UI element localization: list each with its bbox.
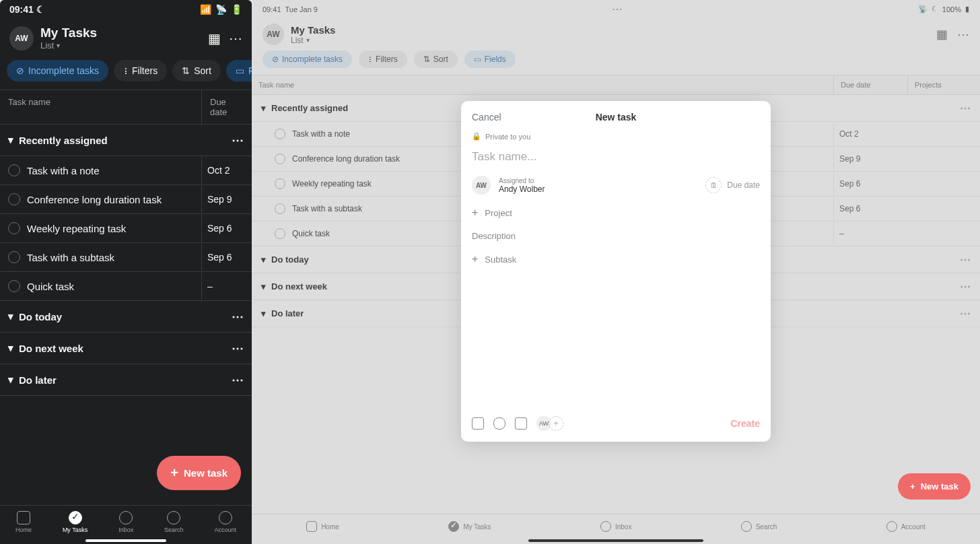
signal-icon: 📶 <box>200 4 211 15</box>
cancel-button[interactable]: Cancel <box>472 112 501 123</box>
tab-home[interactable]: Home <box>15 511 32 533</box>
task-date: Sep 6 <box>201 215 252 242</box>
complete-toggle[interactable] <box>8 164 20 176</box>
task-row[interactable]: Task with a noteOct 2 <box>0 156 252 185</box>
status-time: 09:41 ☾ <box>9 4 45 15</box>
tablet-frame: 09:41 Tue Jan 9 ⋯ 📡☾100%▮ AW My Tasks Li… <box>252 0 980 544</box>
fields-icon: ▭ <box>236 65 244 76</box>
assignee-name[interactable]: Andy Wolber <box>499 184 545 194</box>
status-bar: 09:41 ☾ 📶 📡 🔋 <box>0 0 252 19</box>
grid-icon[interactable]: ▦ <box>208 30 221 46</box>
modal-title: New task <box>596 112 637 123</box>
more-icon[interactable]: ⋯ <box>232 133 244 147</box>
chevron-down-icon: ▾ <box>8 374 13 386</box>
avatar[interactable]: AW <box>9 26 34 50</box>
expand-icon[interactable] <box>515 417 527 430</box>
task-row[interactable]: Conference long duration taskSep 9 <box>0 185 252 214</box>
filter-incomplete[interactable]: ⊘Incomplete tasks <box>7 60 108 81</box>
filter-icon: ⫶ <box>123 65 128 76</box>
complete-toggle[interactable] <box>8 251 20 263</box>
task-date: Sep 9 <box>201 186 252 213</box>
chevron-down-icon: ▾ <box>57 42 60 49</box>
sort-icon: ⇅ <box>182 65 190 76</box>
due-date-field[interactable]: 🗓 Due date <box>705 177 760 193</box>
tab-bar: Home My Tasks Inbox Search Account <box>0 505 252 544</box>
home-indicator <box>528 539 703 542</box>
section-do-later[interactable]: ▾Do later⋯ <box>0 364 252 396</box>
task-row[interactable]: Task with a subtaskSep 6 <box>0 243 252 272</box>
home-icon <box>17 511 30 524</box>
filter-sort[interactable]: ⇅Sort <box>172 60 221 81</box>
view-selector[interactable]: List ▾ <box>40 40 97 50</box>
col-due-date: Due date <box>201 90 252 124</box>
filter-filters[interactable]: ⫶Filters <box>114 60 167 81</box>
attachment-icon[interactable] <box>493 417 505 430</box>
more-icon[interactable]: ⋯ <box>229 30 242 46</box>
plus-icon: + <box>472 253 478 265</box>
more-icon[interactable]: ⋯ <box>232 309 244 324</box>
tab-my-tasks[interactable]: My Tasks <box>63 511 88 533</box>
description-field[interactable]: Description <box>472 231 760 241</box>
add-collaborator-icon[interactable]: + <box>549 416 563 431</box>
new-task-modal: Cancel New task 🔒Private to you Task nam… <box>461 101 771 442</box>
assigned-to-label: Assigned to <box>499 177 545 184</box>
task-name-input[interactable]: Task name... <box>472 150 760 164</box>
filter-fields[interactable]: ▭Fields <box>226 60 252 81</box>
chevron-down-icon: ▾ <box>8 310 13 322</box>
image-icon[interactable] <box>472 417 484 430</box>
create-button[interactable]: Create <box>730 418 760 429</box>
assignee-avatar[interactable]: AW <box>472 176 491 195</box>
battery-icon: 🔋 <box>231 4 242 15</box>
user-icon <box>219 511 232 524</box>
complete-toggle[interactable] <box>8 222 20 234</box>
more-icon[interactable]: ⋯ <box>232 341 244 355</box>
task-date: Oct 2 <box>201 157 252 184</box>
chevron-down-icon: ▾ <box>8 342 13 354</box>
more-icon[interactable]: ⋯ <box>232 372 244 387</box>
new-task-button[interactable]: +New task <box>898 473 971 500</box>
page-title: My Tasks <box>40 26 97 40</box>
section-recently-assigned[interactable]: ▾ Recently assigned ⋯ <box>0 125 252 156</box>
plus-icon: + <box>910 481 915 491</box>
check-icon: ⊘ <box>16 65 24 76</box>
tab-account[interactable]: Account <box>215 511 237 533</box>
subtask-field[interactable]: +Subtask <box>472 253 760 265</box>
lock-icon: 🔒 <box>472 132 481 141</box>
complete-toggle[interactable] <box>8 280 20 292</box>
task-row[interactable]: Weekly repeating taskSep 6 <box>0 214 252 243</box>
plus-icon: + <box>170 465 178 481</box>
task-row[interactable]: Quick task– <box>0 272 252 301</box>
bell-icon <box>119 511 133 524</box>
plus-icon: + <box>472 207 478 219</box>
collaborators[interactable]: AW + <box>536 416 563 431</box>
check-icon <box>69 511 82 524</box>
search-icon <box>167 511 180 524</box>
home-indicator <box>85 539 166 542</box>
section-do-next-week[interactable]: ▾Do next week⋯ <box>0 333 252 364</box>
tab-inbox[interactable]: Inbox <box>118 511 133 533</box>
task-date: – <box>201 273 252 300</box>
section-do-today[interactable]: ▾Do today⋯ <box>0 301 252 333</box>
project-field[interactable]: +Project <box>472 207 760 219</box>
col-task-name: Task name <box>0 90 201 124</box>
phone-frame: 09:41 ☾ 📶 📡 🔋 AW My Tasks List ▾ ▦ ⋯ ⊘In… <box>0 0 252 544</box>
moon-icon: ☾ <box>36 4 45 15</box>
complete-toggle[interactable] <box>8 193 20 205</box>
new-task-button[interactable]: +New task <box>157 456 241 490</box>
check-icon <box>448 521 459 532</box>
privacy-indicator: 🔒Private to you <box>472 132 760 141</box>
tab-search[interactable]: Search <box>164 511 184 533</box>
task-date: Sep 6 <box>201 244 252 271</box>
chevron-down-icon: ▾ <box>8 134 13 146</box>
wifi-icon: 📡 <box>215 4 227 15</box>
calendar-icon: 🗓 <box>705 177 722 193</box>
